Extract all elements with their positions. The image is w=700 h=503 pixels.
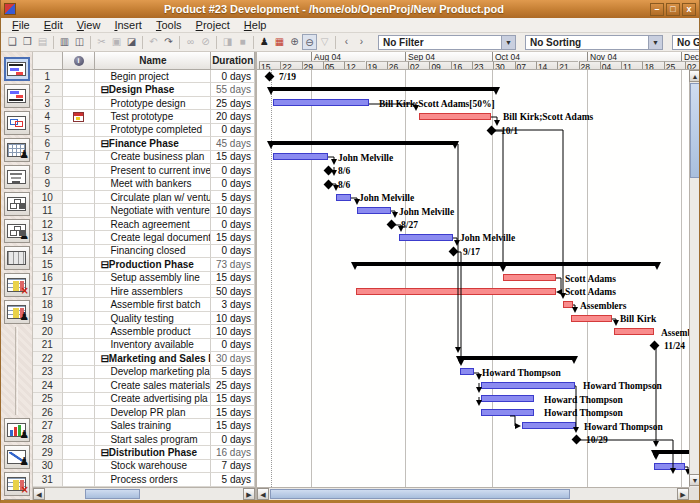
- table-row[interactable]: 24Create sales materials25 days: [33, 379, 255, 392]
- task-name-cell[interactable]: Prototype design: [95, 97, 211, 110]
- header-name-column[interactable]: Name: [95, 52, 211, 70]
- row-info-cell[interactable]: [63, 406, 96, 419]
- table-row[interactable]: 21Inventory available0 days: [33, 339, 255, 352]
- row-number-cell[interactable]: 4: [33, 110, 63, 123]
- sidebar-gantt-view[interactable]: [4, 57, 30, 81]
- filter-combo[interactable]: No Filter▼: [378, 35, 516, 50]
- row-info-cell[interactable]: [63, 191, 96, 204]
- menu-view[interactable]: View: [70, 19, 108, 31]
- task-name-cell[interactable]: Start sales program: [95, 433, 211, 446]
- task-name-cell[interactable]: Prototype completed: [95, 124, 211, 137]
- sidebar-resource-usage-view[interactable]: ♟: [4, 300, 30, 324]
- table-scroll-thumb[interactable]: [85, 489, 140, 499]
- row-info-cell[interactable]: [63, 245, 96, 258]
- row-info-cell[interactable]: [63, 433, 96, 446]
- task-duration-cell[interactable]: 10 days: [211, 325, 255, 338]
- open-button[interactable]: ❒: [20, 34, 35, 50]
- table-row[interactable]: 17Hire assemblers50 days: [33, 285, 255, 298]
- table-row[interactable]: 16Setup assembly line15 days: [33, 272, 255, 285]
- row-info-cell[interactable]: [63, 312, 96, 325]
- header-row-number[interactable]: [33, 52, 63, 70]
- row-info-cell[interactable]: [63, 151, 96, 164]
- row-info-cell[interactable]: [63, 164, 96, 177]
- table-row[interactable]: 15⊟Production Phase73 days: [33, 258, 255, 271]
- row-number-cell[interactable]: 1: [33, 70, 63, 83]
- milestone-diamond[interactable]: [649, 341, 659, 351]
- calendar-button[interactable]: ▦: [272, 34, 287, 50]
- sidebar-wbs-view[interactable]: [4, 192, 30, 216]
- task-name-cell[interactable]: Develop marketing pla: [95, 366, 211, 379]
- task-bar[interactable]: [273, 99, 369, 106]
- task-name-cell[interactable]: Present to current inve: [95, 164, 211, 177]
- task-name-cell[interactable]: Assemble product: [95, 325, 211, 338]
- sorting-combo[interactable]: No Sorting▼: [525, 35, 663, 50]
- summary-bar[interactable]: [458, 356, 576, 360]
- table-row[interactable]: 18Assemble first batch3 days: [33, 298, 255, 311]
- menu-project[interactable]: Project: [189, 19, 237, 31]
- task-name-cell[interactable]: Stock warehouse: [95, 460, 211, 473]
- new-button[interactable]: ❑: [5, 34, 20, 50]
- row-number-cell[interactable]: 9: [33, 178, 63, 191]
- task-duration-cell[interactable]: 0 days: [211, 433, 255, 446]
- print-button[interactable]: ▥: [57, 34, 72, 50]
- table-row[interactable]: 2⊟Design Phase55 days: [33, 83, 255, 96]
- milestone-diamond[interactable]: [323, 166, 333, 176]
- row-number-cell[interactable]: 30: [33, 460, 63, 473]
- task-duration-cell[interactable]: 5 days: [211, 366, 255, 379]
- gantt-horizontal-scrollbar[interactable]: ◀ ▶: [257, 487, 689, 500]
- task-name-cell[interactable]: Hire assemblers: [95, 285, 211, 298]
- task-bar[interactable]: [460, 368, 474, 375]
- task-name-cell[interactable]: ⊟Distribution Phase: [95, 446, 211, 459]
- row-number-cell[interactable]: 23: [33, 366, 63, 379]
- task-name-cell[interactable]: Setup assembly line: [95, 272, 211, 285]
- table-row[interactable]: 7Create business plan15 days: [33, 151, 255, 164]
- milestone-diamond[interactable]: [323, 179, 333, 189]
- task-duration-cell[interactable]: 10 days: [211, 204, 255, 217]
- menu-insert[interactable]: Insert: [107, 19, 149, 31]
- close-button[interactable]: x: [682, 3, 696, 16]
- summary-bar[interactable]: [353, 262, 659, 266]
- task-name-cell[interactable]: Reach agreement: [95, 218, 211, 231]
- table-row[interactable]: 29⊟Distribution Phase16 days: [33, 446, 255, 459]
- task-duration-cell[interactable]: 0 days: [211, 178, 255, 191]
- gantt-chart-area[interactable]: 7/19Bill Kirk;Scott Adams[50%]Bill Kirk;…: [257, 70, 689, 487]
- task-duration-cell[interactable]: 73 days: [211, 258, 255, 271]
- table-row[interactable]: 28Start sales program0 days: [33, 433, 255, 446]
- table-row[interactable]: 13Create legal document15 days: [33, 231, 255, 244]
- task-bar[interactable]: [481, 409, 534, 416]
- task-duration-cell[interactable]: 15 days: [211, 231, 255, 244]
- row-number-cell[interactable]: 25: [33, 393, 63, 406]
- task-duration-cell[interactable]: 15 days: [211, 272, 255, 285]
- row-number-cell[interactable]: 26: [33, 406, 63, 419]
- row-info-cell[interactable]: [63, 352, 96, 365]
- task-duration-cell[interactable]: 5 days: [211, 191, 255, 204]
- row-info-cell[interactable]: [63, 419, 96, 432]
- task-bar[interactable]: [356, 288, 556, 295]
- task-name-cell[interactable]: Meet with bankers: [95, 178, 211, 191]
- task-duration-cell[interactable]: 45 days: [211, 137, 255, 150]
- sidebar-tracking-gantt-view[interactable]: [4, 84, 30, 108]
- row-number-cell[interactable]: 24: [33, 379, 63, 392]
- chevron-down-icon[interactable]: ▼: [501, 36, 515, 49]
- task-name-cell[interactable]: Assemble first batch: [95, 298, 211, 311]
- task-duration-cell[interactable]: 16 days: [211, 446, 255, 459]
- title-bar[interactable]: Product #23 Development - /home/ob/OpenP…: [1, 0, 699, 18]
- scroll-down-icon[interactable]: ▼: [689, 474, 700, 486]
- row-info-cell[interactable]: [63, 379, 96, 392]
- row-number-cell[interactable]: 21: [33, 339, 63, 352]
- task-name-cell[interactable]: Negotiate with venture: [95, 204, 211, 217]
- row-info-cell[interactable]: [63, 137, 96, 150]
- task-bar[interactable]: [571, 315, 612, 322]
- row-info-cell[interactable]: [63, 231, 96, 244]
- row-number-cell[interactable]: 3: [33, 97, 63, 110]
- sidebar-charts-view[interactable]: ♟: [4, 445, 30, 469]
- sidebar-network-view[interactable]: [4, 111, 30, 135]
- task-bar[interactable]: [503, 274, 556, 281]
- row-info-cell[interactable]: [63, 366, 96, 379]
- table-row[interactable]: 12Reach agreement0 days: [33, 218, 255, 231]
- milestone-diamond[interactable]: [264, 72, 274, 82]
- task-name-cell[interactable]: Create advertising pla: [95, 393, 211, 406]
- row-info-cell[interactable]: [63, 285, 96, 298]
- task-name-cell[interactable]: Sales training: [95, 419, 211, 432]
- row-number-cell[interactable]: 11: [33, 204, 63, 217]
